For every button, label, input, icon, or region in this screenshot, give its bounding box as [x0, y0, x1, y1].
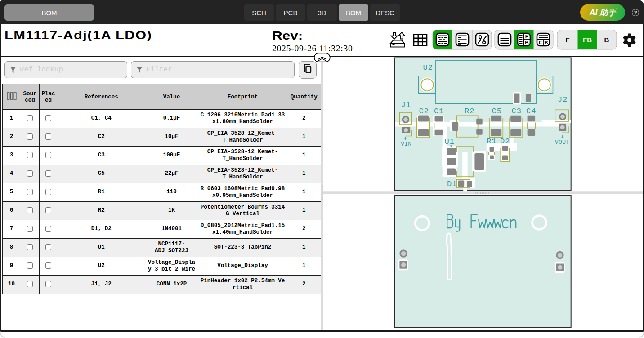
svg-text:B: B [525, 40, 528, 45]
svg-text:C5: C5 [492, 107, 502, 116]
svg-text:D2: D2 [500, 137, 510, 146]
svg-text:FB: FB [583, 36, 592, 44]
svg-text:+: + [403, 135, 407, 142]
svg-text:U1: U1 [445, 138, 455, 146]
svg-text:F: F [539, 40, 542, 45]
svg-text:D1: D1 [447, 180, 457, 188]
svg-text:B: B [544, 40, 548, 45]
svg-text:U2: U2 [423, 63, 433, 72]
svg-text:C3: C3 [512, 107, 522, 116]
svg-text:F: F [525, 34, 528, 39]
svg-text:J2: J2 [558, 95, 568, 104]
svg-text:J1: J1 [401, 101, 411, 109]
svg-text:B: B [604, 36, 609, 44]
svg-text:C1: C1 [434, 107, 444, 116]
svg-text:F: F [565, 36, 569, 44]
svg-text:R1: R1 [487, 137, 496, 146]
svg-text:+: + [560, 133, 564, 141]
svg-text:R2: R2 [465, 107, 474, 116]
svg-text:C2: C2 [419, 107, 429, 116]
svg-text:C4: C4 [526, 107, 536, 116]
